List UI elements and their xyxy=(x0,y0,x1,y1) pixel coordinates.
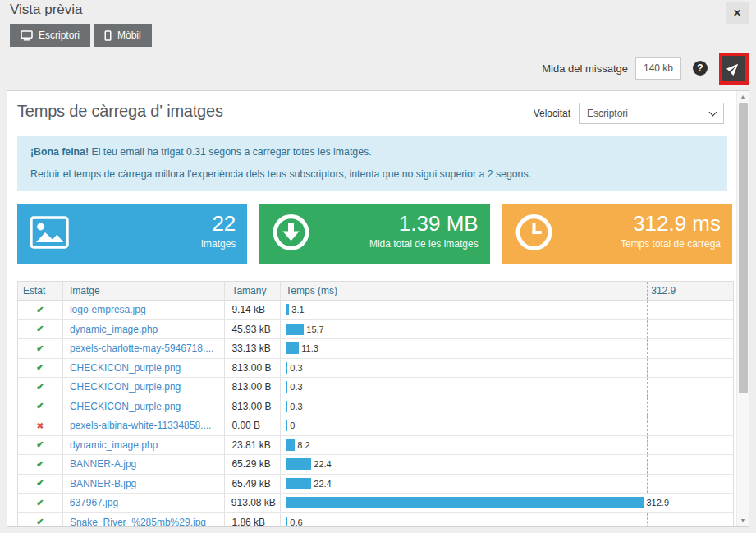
status-cell: ✔ xyxy=(18,494,63,512)
image-link[interactable]: BANNER-B.jpg xyxy=(70,478,136,489)
speed-select[interactable]: Escriptori xyxy=(579,103,724,124)
scroll-down-icon[interactable]: ▼ xyxy=(737,515,749,526)
image-link[interactable]: dynamic_image.php xyxy=(70,439,158,451)
status-icon: ✔ xyxy=(36,401,44,411)
status-cell: ✔ xyxy=(18,359,63,378)
status-cell: ✔ xyxy=(18,397,63,416)
table-row: ✔ CHECKICON_purple.png 813.00 B 0.3 xyxy=(18,359,733,379)
time-bar xyxy=(286,362,287,374)
panel-header: Temps de càrrega d' imatges Velocitat Es… xyxy=(7,91,749,124)
info-line2: Reduir el temps de càrrega millora l'exp… xyxy=(30,168,714,180)
time-bar xyxy=(286,517,287,527)
time-cell: 11.3 xyxy=(281,339,647,358)
size-cell: 45.93 kB xyxy=(225,320,281,339)
image-link[interactable]: CHECKICON_purple.png xyxy=(70,381,181,393)
status-icon: ✖ xyxy=(37,421,44,430)
table-header: Estat Imatge Tamany Temps (ms) 312.9 xyxy=(18,282,733,301)
image-icon xyxy=(30,216,69,252)
header-image: Imatge xyxy=(63,282,226,300)
size-cell: 23.81 kB xyxy=(225,436,281,455)
time-bar xyxy=(286,381,287,393)
size-cell: 913.08 kB xyxy=(225,494,281,512)
image-link[interactable]: 637967.jpg xyxy=(70,497,118,508)
time-cell: 22.4 xyxy=(281,475,647,494)
image-link[interactable]: CHECKICON_purple.png xyxy=(70,362,181,374)
time-cell: 0.3 xyxy=(281,397,647,416)
time-cell: 22.4 xyxy=(281,455,647,474)
table-row: ✔ CHECKICON_purple.png 813.00 B 0.3 xyxy=(18,378,733,397)
image-link[interactable]: CHECKICON_purple.png xyxy=(70,401,181,412)
time-bar xyxy=(286,401,287,412)
time-bar xyxy=(286,420,287,431)
image-cell: dynamic_image.php xyxy=(63,320,226,339)
monitor-icon xyxy=(21,30,33,41)
status-icon: ✔ xyxy=(36,343,44,354)
time-cell: 0.3 xyxy=(281,378,647,397)
images-table: Estat Imatge Tamany Temps (ms) 312.9 ✔ l… xyxy=(17,281,734,527)
threshold-cell xyxy=(647,475,733,494)
image-cell: pexels-charlotte-may-5946718.... xyxy=(63,339,226,358)
message-size-input[interactable] xyxy=(635,57,681,80)
send-test-button[interactable] xyxy=(722,56,745,81)
time-cell: 312.9 xyxy=(281,494,648,512)
status-icon: ✔ xyxy=(36,305,44,315)
close-icon[interactable]: ✕ xyxy=(726,2,749,24)
image-cell: CHECKICON_purple.png xyxy=(63,378,226,397)
total-time-value: 312.9 ms xyxy=(621,211,721,236)
images-count-value: 22 xyxy=(201,211,236,236)
total-size-value: 1.39 MB xyxy=(369,211,479,236)
total-size-label: Mida total de les imatges xyxy=(369,238,479,250)
status-cell: ✔ xyxy=(18,475,63,494)
total-size-card: 1.39 MB Mida total de les imatges xyxy=(259,204,489,264)
time-cell: 8.2 xyxy=(281,436,647,455)
status-icon: ✔ xyxy=(36,439,44,450)
image-link[interactable]: BANNER-A.jpg xyxy=(70,458,136,470)
time-value: 8.2 xyxy=(297,440,309,450)
time-value: 0 xyxy=(290,420,295,430)
tab-desktop[interactable]: Escriptori xyxy=(10,24,90,47)
speed-selected-value: Escriptori xyxy=(587,108,628,119)
paper-plane-icon xyxy=(722,62,745,75)
header-size: Tamany xyxy=(225,282,281,300)
smartphone-icon xyxy=(104,30,112,41)
time-bar xyxy=(286,458,311,470)
scrollbar-thumb[interactable] xyxy=(739,103,748,393)
table-row: ✔ pexels-charlotte-may-5946718.... 33.13… xyxy=(18,339,733,359)
info-message: ¡Bona feina! El teu email ha trigat 0.31… xyxy=(17,136,727,191)
speed-control: Velocitat Escriptori xyxy=(534,103,724,124)
total-time-card: 312.9 ms Temps total de càrrega xyxy=(502,204,732,264)
table-row: ✔ BANNER-B.jpg 65.49 kB 22.4 xyxy=(18,475,733,494)
table-row: ✔ dynamic_image.php 45.93 kB 15.7 xyxy=(18,320,733,340)
table-row: ✔ 637967.jpg 913.08 kB 312.9 xyxy=(18,494,733,513)
image-link[interactable]: pexels-charlotte-may-5946718.... xyxy=(70,342,213,354)
image-link[interactable]: dynamic_image.php xyxy=(70,324,158,335)
scrollbar[interactable]: ▲ ▼ xyxy=(736,91,749,526)
size-cell: 813.00 B xyxy=(225,359,281,378)
time-bar xyxy=(286,342,299,354)
clock-icon xyxy=(515,214,553,255)
speed-label: Velocitat xyxy=(534,108,570,119)
status-cell: ✔ xyxy=(18,320,63,339)
scroll-up-icon[interactable]: ▲ xyxy=(737,91,749,103)
image-link[interactable]: pexels-albina-white-11334858.... xyxy=(70,420,212,431)
threshold-cell xyxy=(648,494,734,512)
image-link[interactable]: Snake_River_%285mb%29.jpg xyxy=(70,517,206,527)
status-cell: ✔ xyxy=(18,436,63,455)
tab-mobile[interactable]: Mòbil xyxy=(94,24,152,47)
tab-label: Escriptori xyxy=(39,30,80,41)
table-row: ✖ pexels-albina-white-11334858.... 0.00 … xyxy=(18,416,733,436)
download-icon xyxy=(272,214,310,255)
status-icon: ✔ xyxy=(36,478,44,489)
threshold-cell xyxy=(647,301,733,319)
header-max-time: 312.9 xyxy=(647,282,733,300)
highlight-annotation xyxy=(719,53,749,85)
table-row: ✔ BANNER-A.jpg 65.29 kB 22.4 xyxy=(18,455,733,475)
time-cell: 3.1 xyxy=(281,301,647,319)
size-cell: 813.00 B xyxy=(225,378,281,397)
time-cell: 0.6 xyxy=(281,513,647,528)
info-line1: El teu email ha trigat 0.31 segons a car… xyxy=(89,146,372,158)
image-link[interactable]: logo-empresa.jpg xyxy=(70,304,146,315)
time-value: 0.6 xyxy=(290,517,302,527)
help-icon[interactable]: ? xyxy=(693,61,708,76)
image-cell: logo-empresa.jpg xyxy=(63,301,226,319)
